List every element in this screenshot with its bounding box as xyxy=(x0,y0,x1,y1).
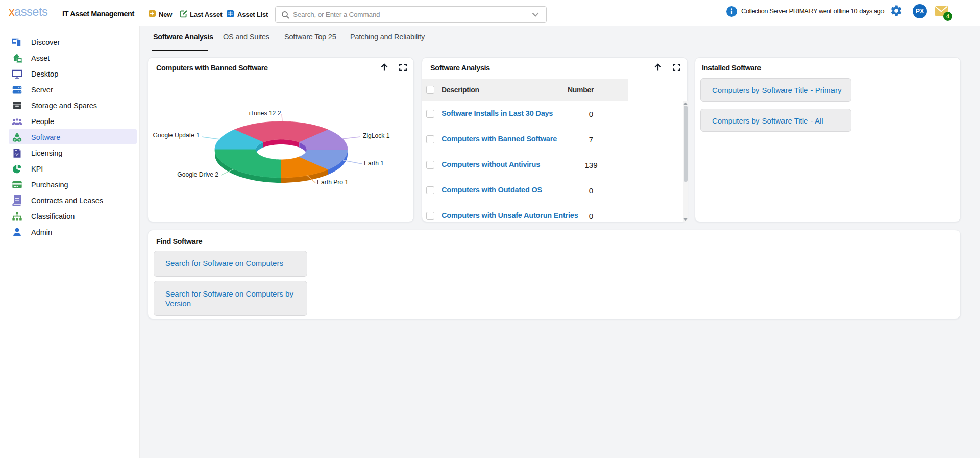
svg-text:Earth Pro 1: Earth Pro 1 xyxy=(317,179,348,186)
svg-text:ZigLock 1: ZigLock 1 xyxy=(363,132,390,139)
svg-text:Google Update 1: Google Update 1 xyxy=(153,132,200,139)
svg-text:Earth 1: Earth 1 xyxy=(364,160,384,167)
svg-text:iTunes 12 2: iTunes 12 2 xyxy=(249,110,281,117)
svg-text:Google Drive 2: Google Drive 2 xyxy=(177,171,218,178)
